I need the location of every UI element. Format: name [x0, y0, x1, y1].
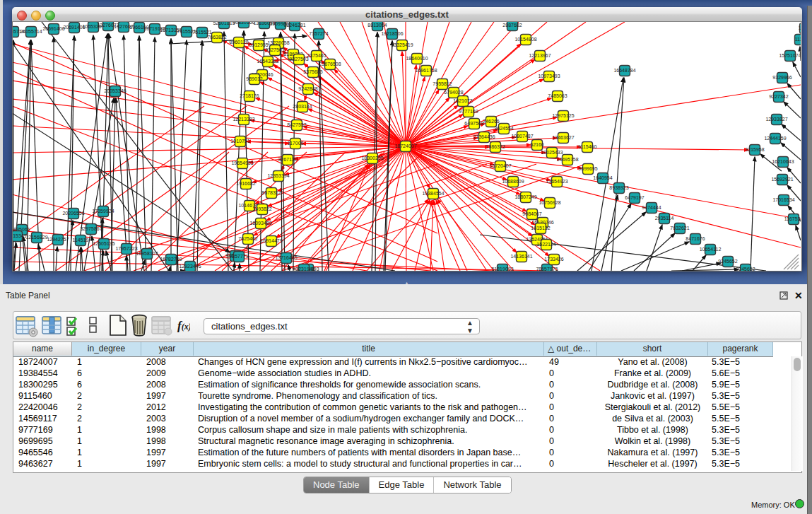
svg-text:7663822: 7663822: [207, 35, 226, 40]
svg-text:16958107: 16958107: [136, 251, 158, 256]
svg-text:2718176: 2718176: [240, 93, 259, 98]
svg-text:23676508: 23676508: [319, 62, 341, 66]
svg-text:15751074: 15751074: [779, 53, 801, 58]
svg-text:f(x): f(x): [177, 319, 190, 332]
svg-text:12505135: 12505135: [93, 241, 114, 246]
svg-text:8427552: 8427552: [287, 122, 306, 127]
svg-text:7955812: 7955812: [433, 81, 452, 86]
svg-text:12923446: 12923446: [179, 264, 201, 269]
svg-text:1640954: 1640954: [593, 175, 612, 180]
svg-text:51819093: 51819093: [491, 267, 513, 271]
svg-text:8960128: 8960128: [229, 40, 248, 45]
svg-text:17957223: 17957223: [115, 246, 137, 251]
svg-text:8471676: 8471676: [686, 236, 705, 241]
svg-text:9327503: 9327503: [289, 57, 308, 62]
svg-text:1522124: 1522124: [536, 242, 555, 247]
svg-text:17359924: 17359924: [92, 209, 114, 214]
svg-text:9327503: 9327503: [265, 47, 284, 52]
svg-text:9474444: 9474444: [642, 205, 661, 210]
svg-text:16648784: 16648784: [613, 68, 635, 73]
svg-text:62160: 62160: [530, 142, 544, 147]
svg-text:7625402: 7625402: [238, 236, 257, 241]
svg-text:1916682: 1916682: [236, 181, 255, 186]
svg-text:9115460: 9115460: [578, 144, 597, 149]
svg-text:989012: 989012: [246, 76, 262, 81]
svg-text:19218506: 19218506: [381, 31, 403, 36]
svg-text:1167534: 1167534: [784, 216, 801, 221]
svg-text:16093489: 16093489: [249, 221, 271, 226]
svg-text:10025433: 10025433: [541, 150, 563, 155]
svg-text:8813054: 8813054: [367, 23, 387, 28]
svg-text:12213967: 12213967: [529, 53, 551, 58]
svg-text:1493822: 1493822: [252, 206, 271, 211]
svg-text:1621072: 1621072: [453, 98, 472, 103]
svg-text:8678312: 8678312: [261, 190, 281, 195]
svg-text:20691406: 20691406: [42, 26, 64, 31]
svg-text:1733426: 1733426: [544, 257, 563, 262]
svg-text:14495758: 14495758: [556, 157, 578, 162]
svg-text:12353394: 12353394: [267, 173, 289, 178]
svg-text:7632621: 7632621: [670, 226, 689, 230]
svg-text:20206556: 20206556: [62, 211, 84, 216]
svg-text:3624554: 3624554: [494, 126, 513, 131]
svg-text:21364436: 21364436: [473, 134, 495, 139]
svg-text:7515521: 7515521: [192, 30, 211, 35]
svg-text:16961758: 16961758: [415, 68, 437, 73]
svg-text:9699695: 9699695: [578, 166, 597, 171]
svg-text:18640910: 18640910: [406, 56, 428, 61]
svg-text:7357274: 7357274: [309, 31, 328, 36]
svg-text:10807487: 10807487: [511, 134, 533, 139]
svg-text:12975125: 12975125: [552, 113, 574, 118]
svg-text:9084067: 9084067: [522, 211, 541, 216]
svg-text:2803144: 2803144: [293, 104, 312, 109]
svg-text:13654923: 13654923: [546, 179, 567, 184]
svg-text:52601815: 52601815: [213, 22, 235, 25]
svg-text:78657975: 78657975: [536, 267, 558, 271]
svg-text:6497568: 6497568: [464, 121, 483, 126]
svg-text:14136141: 14136141: [510, 254, 532, 259]
svg-text:20053346: 20053346: [104, 88, 126, 93]
svg-text:08246281: 08246281: [283, 23, 305, 28]
svg-text:32975867: 32975867: [80, 226, 102, 231]
svg-text:13716485: 13716485: [275, 255, 297, 260]
svg-text:12942757: 12942757: [47, 237, 69, 242]
svg-text:18724007: 18724007: [394, 144, 416, 148]
svg-text:9329966: 9329966: [772, 75, 792, 80]
svg-text:12156829: 12156829: [25, 235, 47, 240]
svg-text:5375685: 5375685: [303, 69, 322, 74]
svg-text:1117: 1117: [795, 37, 801, 42]
svg-text:16543382: 16543382: [257, 59, 278, 64]
svg-text:2375465: 2375465: [307, 53, 326, 58]
svg-text:3915341: 3915341: [12, 233, 27, 238]
svg-text:13325419: 13325419: [391, 42, 413, 47]
svg-text:90830166: 90830166: [233, 22, 254, 25]
svg-text:10654112: 10654112: [700, 247, 722, 252]
svg-text:1010751: 1010751: [230, 139, 249, 144]
svg-text:3267130: 3267130: [278, 157, 297, 162]
svg-text:18807249: 18807249: [514, 194, 536, 199]
svg-text:24055714: 24055714: [20, 29, 42, 34]
svg-text:6479197: 6479197: [625, 195, 644, 200]
svg-text:9242848: 9242848: [298, 86, 317, 91]
svg-text:12213383: 12213383: [233, 117, 254, 122]
svg-text:12933827: 12933827: [765, 117, 787, 122]
svg-text:9227342: 9227342: [769, 94, 788, 99]
svg-text:9777169: 9777169: [459, 109, 478, 114]
svg-text:9245652: 9245652: [736, 267, 755, 271]
svg-text:19384554: 19384554: [422, 191, 444, 196]
svg-text:3215958: 3215958: [745, 147, 764, 152]
svg-text:746266: 746266: [483, 119, 499, 124]
svg-text:114519: 114519: [73, 238, 89, 243]
svg-text:10973493: 10973493: [538, 74, 560, 78]
svg-text:13463627: 13463627: [552, 135, 574, 140]
svg-text:9857771: 9857771: [229, 254, 248, 259]
svg-text:43231948: 43231948: [293, 267, 314, 271]
svg-text:1615132: 1615132: [531, 226, 550, 230]
svg-text:11171: 11171: [799, 25, 801, 30]
svg-text:16782759: 16782759: [160, 257, 182, 262]
svg-text:15692921: 15692921: [771, 177, 793, 182]
svg-text:9245652: 9245652: [718, 259, 737, 264]
svg-text:16914479: 16914479: [260, 238, 282, 243]
svg-text:6794028: 6794028: [444, 90, 463, 95]
svg-text:7986372: 7986372: [486, 144, 505, 149]
